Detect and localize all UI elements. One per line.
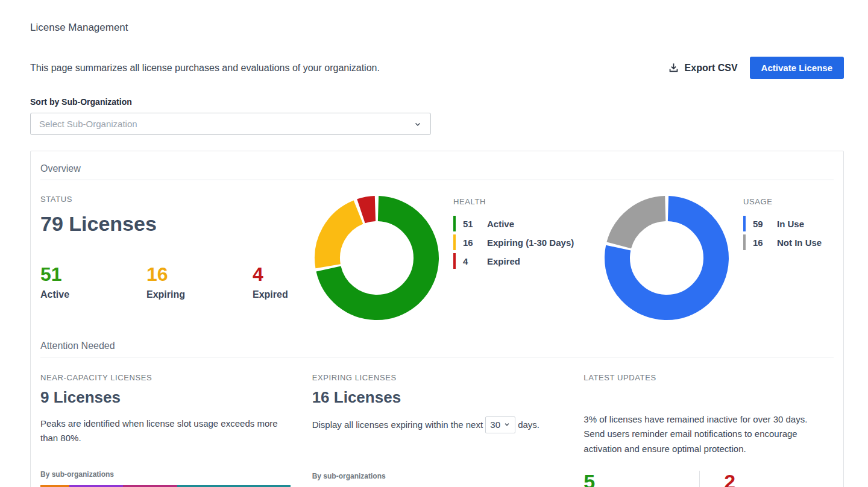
health-label: HEALTH <box>453 197 596 206</box>
filter-block: Sort by Sub-Organization Select Sub-Orga… <box>30 97 844 135</box>
chevron-down-icon <box>503 418 511 432</box>
usage-legend: USAGE 59 In Use 16 Not In Use <box>743 195 834 321</box>
stat-active: 51 Active <box>40 263 146 300</box>
usage-legend-items: 59 In Use 16 Not In Use <box>743 216 834 250</box>
page-title: License Management <box>30 22 844 34</box>
legend-label: Active <box>487 219 514 229</box>
latest-updates-counters: 5 2 <box>583 471 834 487</box>
near-capacity-suborg-bar <box>40 485 291 487</box>
status-block: STATUS 79 Licenses 51 Active 16 Expiring… <box>40 195 306 321</box>
stat-label: Expiring <box>146 289 253 300</box>
attention-grid: NEAR-CAPACITY LICENSES 9 Licenses Peaks … <box>40 373 834 487</box>
legend-label: In Use <box>777 219 804 229</box>
suborg-label: By sub-organizations <box>312 472 562 480</box>
latest-updates-line2: Send users reminder email notifications … <box>583 429 797 453</box>
legend-label: Expiring (1-30 Days) <box>487 237 574 248</box>
suborg-label: By sub-organizations <box>40 470 291 479</box>
legend-value: 16 <box>463 237 479 248</box>
expiring-column: EXPIRING LICENSES 16 Licenses Display al… <box>312 373 562 487</box>
health-donut-chart <box>313 195 440 321</box>
stat-value: 51 <box>40 263 146 286</box>
legend-value: 4 <box>463 256 479 266</box>
suborg-select-placeholder: Select Sub-Organization <box>39 119 137 129</box>
near-capacity-count: 9 Licenses <box>40 388 291 407</box>
export-csv-label: Export CSV <box>685 63 738 74</box>
legend-color-bar <box>743 216 746 231</box>
counter-cell: 2 <box>699 471 735 487</box>
legend-item: 59 In Use <box>743 216 834 231</box>
suborg-bar-segment <box>177 485 290 487</box>
health-legend-items: 51 Active 16 Expiring (1-30 Days) 4 Expi… <box>453 216 596 269</box>
attention-section-title: Attention Needed <box>40 341 834 357</box>
expiring-label: EXPIRING LICENSES <box>312 373 562 382</box>
header-actions: Export CSV Activate License <box>668 57 844 79</box>
legend-color-bar <box>453 234 456 250</box>
latest-updates-label: LATEST UPDATES <box>583 373 834 382</box>
expiring-description: Display all licenses expiring within the… <box>312 416 562 433</box>
sort-by-suborg-label: Sort by Sub-Organization <box>30 97 844 107</box>
overview-row: STATUS 79 Licenses 51 Active 16 Expiring… <box>40 195 834 321</box>
legend-item: 16 Expiring (1-30 Days) <box>453 234 596 250</box>
stat-expired: 4 Expired <box>253 263 288 300</box>
latest-updates-text: 3% of licenses have remained inactive fo… <box>583 412 834 456</box>
attention-section: Attention Needed NEAR-CAPACITY LICENSES … <box>40 341 834 487</box>
license-management-page: License Management This page summarizes … <box>0 22 868 487</box>
latest-updates-column: LATEST UPDATES 3% of licenses have remai… <box>583 373 834 487</box>
stat-label: Expired <box>253 289 288 300</box>
chevron-down-icon <box>414 120 422 128</box>
stat-label: Active <box>40 289 146 300</box>
suborg-bar-segment <box>69 485 123 487</box>
legend-label: Expired <box>487 256 520 266</box>
legend-item: 51 Active <box>453 216 596 231</box>
overview-card: Overview STATUS 79 Licenses 51 Active 16… <box>30 151 844 487</box>
legend-label: Not In Use <box>777 237 822 248</box>
header-row: This page summarizes all license purchas… <box>30 57 844 79</box>
expiring-count: 16 Licenses <box>312 388 562 407</box>
stat-value: 16 <box>146 263 253 286</box>
status-label: STATUS <box>40 195 306 204</box>
near-capacity-column: NEAR-CAPACITY LICENSES 9 Licenses Peaks … <box>40 373 291 487</box>
overview-section-title: Overview <box>40 163 834 180</box>
legend-color-bar <box>453 253 456 269</box>
status-stats-row: 51 Active 16 Expiring 4 Expired <box>40 263 306 300</box>
page-subtitle: This page summarizes all license purchas… <box>30 63 380 74</box>
usage-label: USAGE <box>743 197 834 206</box>
legend-value: 16 <box>753 237 769 248</box>
export-csv-button[interactable]: Export CSV <box>668 62 738 74</box>
usage-donut-chart <box>603 195 730 321</box>
download-icon <box>668 62 679 74</box>
latest-updates-line1: 3% of licenses have remained inactive fo… <box>583 414 807 424</box>
counter-value: 5 <box>583 471 699 487</box>
counter-cell: 5 <box>583 471 699 487</box>
stat-value: 4 <box>253 263 288 286</box>
legend-item: 16 Not In Use <box>743 234 834 250</box>
suborg-bar-segment <box>40 485 69 487</box>
expiring-description-prefix: Display all licenses expiring within the… <box>312 419 483 430</box>
legend-item: 4 Expired <box>453 253 596 269</box>
health-legend: HEALTH 51 Active 16 Expiring (1-30 Days) <box>453 195 596 321</box>
usage-chart-group: USAGE 59 In Use 16 Not In Use <box>603 195 834 321</box>
stat-expiring: 16 Expiring <box>146 263 253 300</box>
near-capacity-label: NEAR-CAPACITY LICENSES <box>40 373 291 382</box>
legend-color-bar <box>453 216 456 231</box>
expiring-days-value: 30 <box>490 418 500 432</box>
counter-value: 2 <box>724 471 735 487</box>
near-capacity-description: Peaks are identified when license slot u… <box>40 416 291 446</box>
activate-license-button[interactable]: Activate License <box>750 57 844 79</box>
status-total: 79 Licenses <box>40 212 306 236</box>
expiring-description-suffix: days. <box>518 419 539 430</box>
legend-color-bar <box>743 234 746 250</box>
legend-value: 59 <box>753 219 769 229</box>
expiring-days-select[interactable]: 30 <box>485 416 515 433</box>
legend-value: 51 <box>463 219 479 229</box>
suborg-bar-segment <box>123 485 177 487</box>
health-chart-group: HEALTH 51 Active 16 Expiring (1-30 Days) <box>313 195 596 321</box>
suborg-select[interactable]: Select Sub-Organization <box>30 113 431 135</box>
